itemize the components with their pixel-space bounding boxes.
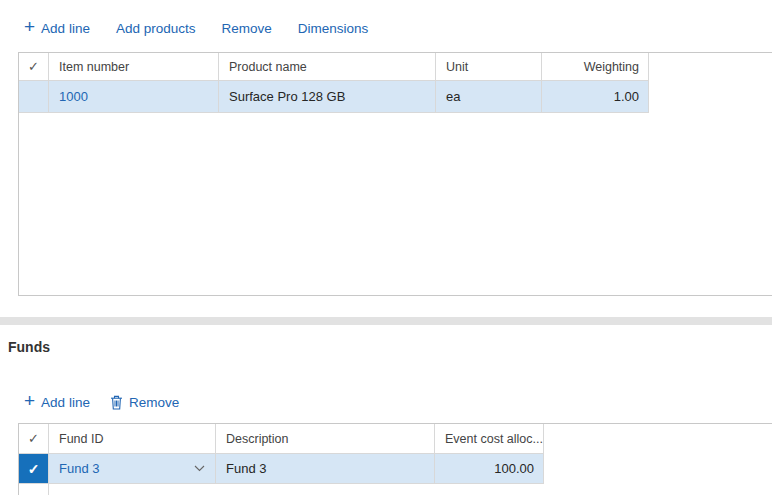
funds-add-line-label: Add line xyxy=(41,395,90,410)
add-icon: + xyxy=(24,393,35,409)
add-line-label: Add line xyxy=(41,21,90,36)
select-all-header[interactable]: ✓ xyxy=(19,53,49,81)
funds-remove-label: Remove xyxy=(129,395,179,410)
add-icon: + xyxy=(24,19,35,35)
check-icon: ✓ xyxy=(28,431,39,446)
check-icon: ✓ xyxy=(28,461,40,477)
column-header-fund-id[interactable]: Fund ID xyxy=(49,424,216,454)
cell-description[interactable]: Fund 3 xyxy=(216,454,435,484)
funds-add-line-button[interactable]: + Add line xyxy=(24,395,90,410)
cell-product-name[interactable]: Surface Pro 128 GB xyxy=(219,81,436,113)
column-header-weighting[interactable]: Weighting xyxy=(542,53,649,81)
cell-item-number[interactable]: 1000 xyxy=(49,81,219,113)
item-number-link[interactable]: 1000 xyxy=(59,89,88,104)
remove-label: Remove xyxy=(221,21,271,36)
table-row: ✓ Fund 3 Fund 3 100.00 xyxy=(19,454,772,484)
table-row: 1000 Surface Pro 128 GB ea 1.00 xyxy=(19,81,772,113)
cell-fund-id-combobox[interactable]: Fund 3 xyxy=(49,454,216,484)
chevron-down-icon[interactable] xyxy=(194,465,205,472)
page: + Add line Add products Remove Dimension… xyxy=(0,0,772,495)
empty-grid-area xyxy=(19,484,772,495)
lines-grid-header: ✓ Item number Product name Unit Weightin… xyxy=(19,53,772,81)
dimensions-label: Dimensions xyxy=(298,21,369,36)
section-divider xyxy=(0,317,772,325)
dimensions-button[interactable]: Dimensions xyxy=(298,21,369,36)
funds-grid-header: ✓ Fund ID Description Event cost alloc..… xyxy=(19,424,772,454)
funds-grid: ✓ Fund ID Description Event cost alloc..… xyxy=(18,423,772,495)
row-select-cell-selected[interactable]: ✓ xyxy=(19,454,49,484)
lines-toolbar: + Add line Add products Remove Dimension… xyxy=(24,18,368,38)
row-select-cell[interactable] xyxy=(19,81,49,113)
lines-grid: ✓ Item number Product name Unit Weightin… xyxy=(18,52,772,296)
funds-section-title: Funds xyxy=(8,339,50,355)
cell-unit[interactable]: ea xyxy=(436,81,542,113)
cell-weighting[interactable]: 1.00 xyxy=(542,81,649,113)
add-products-label: Add products xyxy=(116,21,196,36)
select-all-header[interactable]: ✓ xyxy=(19,424,49,454)
add-products-button[interactable]: Add products xyxy=(116,21,196,36)
column-header-event-cost-allocation[interactable]: Event cost alloc... xyxy=(435,424,544,454)
remove-button[interactable]: Remove xyxy=(221,21,271,36)
column-header-item-number[interactable]: Item number xyxy=(49,53,219,81)
add-line-button[interactable]: + Add line xyxy=(24,21,90,36)
check-icon: ✓ xyxy=(28,59,39,74)
funds-remove-button[interactable]: Remove xyxy=(110,395,179,410)
trash-icon xyxy=(110,395,123,410)
column-header-unit[interactable]: Unit xyxy=(436,53,542,81)
fund-id-value: Fund 3 xyxy=(59,461,99,476)
column-header-description[interactable]: Description xyxy=(216,424,435,454)
column-header-product-name[interactable]: Product name xyxy=(219,53,436,81)
funds-toolbar: + Add line Remove xyxy=(24,392,179,412)
cell-event-cost-allocation[interactable]: 100.00 xyxy=(435,454,544,484)
